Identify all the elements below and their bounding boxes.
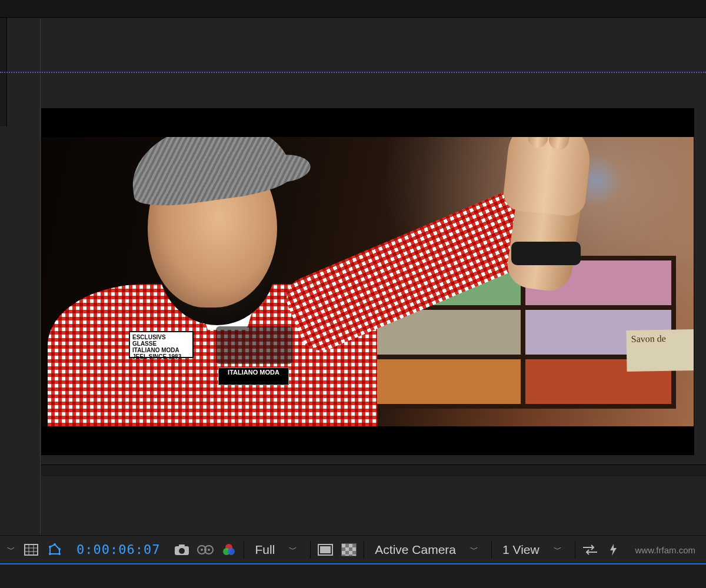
subject-hand bbox=[502, 137, 594, 218]
svg-point-16 bbox=[201, 549, 203, 551]
svg-rect-12 bbox=[179, 544, 185, 547]
toolbar-divider bbox=[244, 541, 244, 559]
camera-dropdown[interactable]: Active Camera ﹀ bbox=[369, 541, 487, 559]
magnification-dropdown[interactable]: ﹀ bbox=[5, 544, 18, 555]
viewer-toolbar: ﹀ 0:00:06:07 Full ﹀ bbox=[0, 535, 706, 564]
svg-rect-0 bbox=[25, 544, 38, 555]
chevron-down-icon: ﹀ bbox=[468, 544, 481, 555]
watermark: www.frfam.com bbox=[635, 545, 695, 555]
toolbar-divider bbox=[575, 541, 575, 559]
svg-point-13 bbox=[179, 548, 185, 554]
shirt-patch: ESCLUSIVS GLASSE ITALIANO MODA JEEL SINC… bbox=[129, 331, 194, 358]
svg-point-6 bbox=[49, 553, 51, 555]
view-count-label: 1 View bbox=[502, 543, 540, 557]
swap-views-button[interactable] bbox=[580, 541, 600, 559]
svg-rect-22 bbox=[320, 546, 331, 553]
fast-preview-button[interactable] bbox=[604, 541, 624, 559]
resolution-dropdown[interactable]: Full ﹀ bbox=[249, 541, 305, 559]
subject-watch bbox=[511, 242, 581, 265]
patch-text: ITALIANO MODA bbox=[132, 347, 179, 353]
svg-point-17 bbox=[208, 549, 210, 551]
panel-tab-strip bbox=[0, 0, 706, 18]
svg-point-9 bbox=[58, 548, 61, 550]
viewer-time-scrollbar[interactable] bbox=[41, 465, 706, 476]
resolution-label: Full bbox=[255, 543, 275, 557]
chevron-down-icon: ﹀ bbox=[287, 544, 299, 555]
composition-panel: Savon de ESCLUSIVS GLASSE ITALIANO MODA … bbox=[0, 18, 706, 535]
safe-zones-button[interactable] bbox=[21, 541, 41, 559]
patch-text: ESCLUSIVS GLASSE bbox=[132, 334, 166, 347]
current-timecode[interactable]: 0:00:06:07 bbox=[68, 542, 168, 557]
transparency-grid-button[interactable] bbox=[339, 541, 359, 559]
patch-text: JEEL SINCE 1983 bbox=[132, 353, 181, 360]
compositor-workspace: Savon de ESCLUSIVS GLASSE ITALIANO MODA … bbox=[0, 0, 706, 588]
shirt-patch bbox=[216, 326, 292, 364]
chevron-down-icon: ﹀ bbox=[551, 544, 564, 555]
svg-marker-5 bbox=[50, 544, 59, 554]
toolbar-divider bbox=[364, 541, 364, 559]
guide-horizontal[interactable] bbox=[0, 72, 706, 73]
toolbar-divider bbox=[310, 541, 311, 559]
preview-button[interactable] bbox=[195, 541, 215, 559]
svg-point-10 bbox=[58, 553, 61, 555]
panel-footer-area bbox=[0, 564, 706, 588]
letterbox-top bbox=[42, 109, 694, 137]
toolbar-divider bbox=[491, 541, 492, 559]
svg-point-7 bbox=[49, 546, 51, 548]
svg-point-8 bbox=[54, 543, 56, 546]
mask-bounds-button[interactable] bbox=[45, 541, 65, 559]
savon-sign: Savon de bbox=[626, 329, 694, 372]
footage-preview: Savon de ESCLUSIVS GLASSE ITALIANO MODA … bbox=[42, 137, 694, 426]
composition-viewer[interactable]: Savon de ESCLUSIVS GLASSE ITALIANO MODA … bbox=[41, 108, 694, 455]
transparency-off-button[interactable] bbox=[315, 541, 335, 559]
svg-point-20 bbox=[228, 548, 235, 555]
shirt-patch: ITALIANO MODA bbox=[218, 368, 289, 385]
snapshot-button[interactable] bbox=[172, 541, 192, 559]
ruler-vertical-mark bbox=[40, 19, 41, 535]
channels-button[interactable] bbox=[219, 541, 239, 559]
checker-icon bbox=[341, 543, 357, 556]
view-count-dropdown[interactable]: 1 View ﹀ bbox=[497, 541, 570, 559]
patch-text: ITALIANO MODA bbox=[228, 369, 279, 376]
letterbox-bottom bbox=[42, 426, 694, 455]
camera-label: Active Camera bbox=[375, 543, 456, 557]
